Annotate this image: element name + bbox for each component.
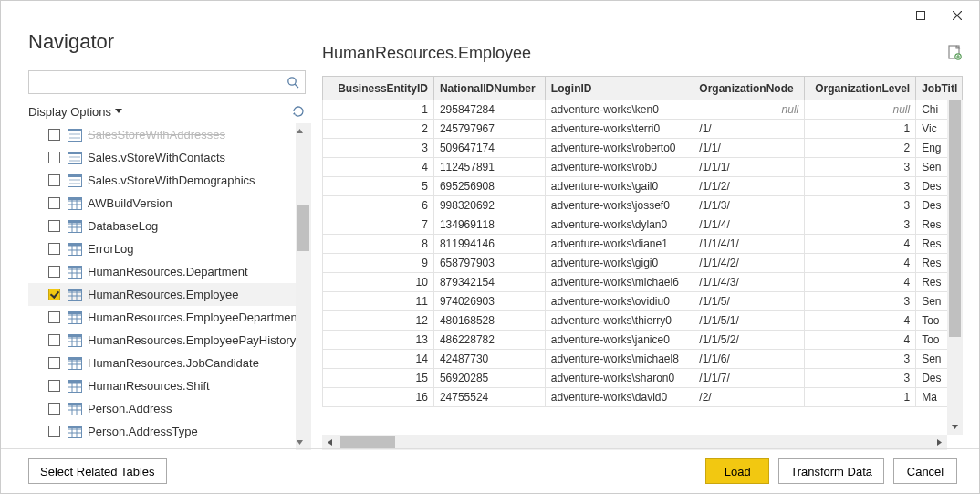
preview-grid[interactable]: BusinessEntityIDNationalIDNumberLoginIDO… bbox=[322, 76, 963, 407]
table-row[interactable]: 7134969118adventure-works\dylan0/1/1/4/3… bbox=[323, 215, 963, 235]
table-cell[interactable]: 9 bbox=[323, 254, 434, 273]
load-button[interactable]: Load bbox=[705, 458, 769, 484]
tree-item-checkbox[interactable] bbox=[48, 311, 60, 323]
column-header[interactable]: OrganizationLevel bbox=[805, 77, 916, 100]
table-cell[interactable]: 480168528 bbox=[433, 311, 545, 331]
table-cell[interactable]: 998320692 bbox=[433, 196, 545, 215]
tree-item-checkbox[interactable] bbox=[48, 243, 60, 255]
table-cell[interactable]: 112457891 bbox=[433, 158, 545, 177]
tree-item-checkbox[interactable] bbox=[48, 426, 60, 437]
tree-item-checkbox[interactable] bbox=[48, 129, 60, 141]
table-cell[interactable]: adventure-works\gigi0 bbox=[545, 254, 693, 273]
table-cell[interactable]: 509647174 bbox=[433, 139, 545, 158]
table-cell[interactable]: /1/1/7/ bbox=[693, 369, 805, 388]
table-cell[interactable]: 2 bbox=[805, 139, 916, 158]
table-cell[interactable]: 42487730 bbox=[433, 350, 545, 369]
table-row[interactable]: 10879342154adventure-works\michael6/1/1/… bbox=[323, 273, 963, 292]
table-cell[interactable]: 1 bbox=[323, 100, 434, 120]
table-row[interactable]: 1442487730adventure-works\michael8/1/1/6… bbox=[323, 350, 963, 369]
table-row[interactable]: 1556920285adventure-works\sharon0/1/1/7/… bbox=[323, 369, 963, 388]
table-cell[interactable]: 11 bbox=[323, 292, 434, 311]
table-cell[interactable]: 8 bbox=[323, 235, 434, 254]
close-button[interactable] bbox=[939, 3, 975, 28]
table-cell[interactable]: adventure-works\sharon0 bbox=[545, 369, 693, 388]
table-cell[interactable]: adventure-works\ovidiu0 bbox=[545, 292, 693, 311]
tree-item-checkbox[interactable] bbox=[48, 334, 60, 346]
table-cell[interactable]: 4 bbox=[323, 158, 434, 177]
tree-item[interactable]: DatabaseLog bbox=[28, 215, 311, 237]
table-row[interactable]: 1295847284adventure-works\ken0nullnullCh… bbox=[323, 100, 963, 120]
table-cell[interactable]: 3 bbox=[805, 215, 916, 235]
table-cell[interactable]: 4 bbox=[805, 273, 916, 292]
table-row[interactable]: 4112457891adventure-works\rob0/1/1/1/3Se… bbox=[323, 158, 963, 177]
table-cell[interactable]: 13 bbox=[323, 331, 434, 350]
table-cell[interactable]: 3 bbox=[805, 158, 916, 177]
tree-item[interactable]: HumanResources.Shift bbox=[28, 374, 311, 397]
table-cell[interactable]: 7 bbox=[323, 215, 434, 235]
table-cell[interactable]: /1/1/4/2/ bbox=[693, 254, 805, 273]
table-cell[interactable]: 10 bbox=[323, 273, 434, 292]
table-cell[interactable]: adventure-works\gail0 bbox=[545, 177, 693, 196]
table-cell[interactable]: 3 bbox=[805, 292, 916, 311]
table-row[interactable]: 6998320692adventure-works\jossef0/1/1/3/… bbox=[323, 196, 963, 215]
tree-item[interactable]: AWBuildVersion bbox=[28, 192, 311, 215]
table-cell[interactable]: 245797967 bbox=[433, 120, 545, 139]
tree-item-checkbox[interactable] bbox=[48, 403, 60, 415]
tree-item-checkbox[interactable] bbox=[48, 357, 60, 369]
table-row[interactable]: 2245797967adventure-works\terri0/1/1Vic bbox=[323, 120, 963, 139]
table-cell[interactable]: 3 bbox=[805, 350, 916, 369]
scroll-thumb[interactable] bbox=[297, 205, 309, 251]
tree-item[interactable]: HumanResources.EmployeePayHistory bbox=[28, 329, 311, 352]
table-cell[interactable]: /1/1/5/2/ bbox=[693, 331, 805, 350]
table-cell[interactable]: /1/1/4/ bbox=[693, 215, 805, 235]
table-cell[interactable]: 879342154 bbox=[433, 273, 545, 292]
table-cell[interactable]: /1/1/ bbox=[693, 139, 805, 158]
table-cell[interactable]: 1 bbox=[805, 388, 916, 407]
table-row[interactable]: 5695256908adventure-works\gail0/1/1/2/3D… bbox=[323, 177, 963, 196]
table-cell[interactable]: null bbox=[805, 100, 916, 120]
table-cell[interactable]: /2/ bbox=[693, 388, 805, 407]
tree-item[interactable]: HumanResources.EmployeeDepartmen... bbox=[28, 306, 311, 329]
column-header[interactable]: BusinessEntityID bbox=[323, 77, 434, 100]
table-row[interactable]: 9658797903adventure-works\gigi0/1/1/4/2/… bbox=[323, 254, 963, 273]
table-cell[interactable]: adventure-works\ken0 bbox=[545, 100, 693, 120]
preview-settings-button[interactable] bbox=[948, 45, 963, 61]
grid-vertical-scrollbar[interactable] bbox=[947, 100, 963, 435]
table-cell[interactable]: 1 bbox=[805, 120, 916, 139]
table-cell[interactable]: 295847284 bbox=[433, 100, 545, 120]
table-cell[interactable]: adventure-works\janice0 bbox=[545, 331, 693, 350]
table-cell[interactable]: 3 bbox=[323, 139, 434, 158]
tree-item[interactable]: HumanResources.Employee bbox=[28, 283, 311, 306]
tree-item[interactable]: HumanResources.Department bbox=[28, 260, 311, 283]
table-cell[interactable]: 5 bbox=[323, 177, 434, 196]
table-cell[interactable]: 811994146 bbox=[433, 235, 545, 254]
transform-data-button[interactable]: Transform Data bbox=[778, 458, 884, 484]
tree-item[interactable]: Sales.vStoreWithDemographics bbox=[28, 169, 311, 192]
scroll-up-arrow[interactable] bbox=[296, 123, 304, 139]
table-cell[interactable]: 14 bbox=[323, 350, 434, 369]
table-cell[interactable]: 4 bbox=[805, 254, 916, 273]
table-cell[interactable]: adventure-works\rob0 bbox=[545, 158, 693, 177]
table-cell[interactable]: 4 bbox=[805, 235, 916, 254]
table-cell[interactable]: 12 bbox=[323, 311, 434, 331]
table-cell[interactable]: /1/1/6/ bbox=[693, 350, 805, 369]
table-cell[interactable]: /1/ bbox=[693, 120, 805, 139]
table-cell[interactable]: adventure-works\david0 bbox=[545, 388, 693, 407]
table-row[interactable]: 1624755524adventure-works\david0/2/1Ma bbox=[323, 388, 963, 407]
table-row[interactable]: 13486228782adventure-works\janice0/1/1/5… bbox=[323, 331, 963, 350]
tree-item-checkbox[interactable] bbox=[48, 220, 60, 232]
table-cell[interactable]: /1/1/2/ bbox=[693, 177, 805, 196]
tree-item[interactable]: SalesStoreWithAddresses bbox=[28, 123, 311, 146]
table-cell[interactable]: adventure-works\terri0 bbox=[545, 120, 693, 139]
column-header[interactable]: NationalIDNumber bbox=[433, 77, 545, 100]
tree-item-checkbox[interactable] bbox=[48, 152, 60, 163]
search-input-wrapper[interactable] bbox=[28, 70, 306, 94]
table-cell[interactable]: 486228782 bbox=[433, 331, 545, 350]
tree-item[interactable]: HumanResources.JobCandidate bbox=[28, 352, 311, 374]
table-cell[interactable]: /1/1/1/ bbox=[693, 158, 805, 177]
table-cell[interactable]: adventure-works\diane1 bbox=[545, 235, 693, 254]
table-cell[interactable]: adventure-works\dylan0 bbox=[545, 215, 693, 235]
column-header[interactable]: LoginID bbox=[545, 77, 693, 100]
table-cell[interactable]: /1/1/4/1/ bbox=[693, 235, 805, 254]
table-cell[interactable]: 15 bbox=[323, 369, 434, 388]
